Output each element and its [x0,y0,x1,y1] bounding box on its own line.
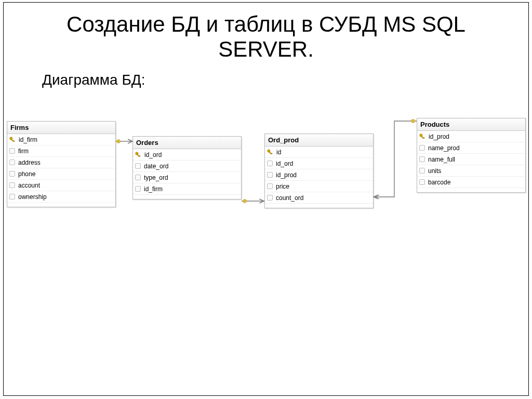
table-row[interactable]: account [7,180,115,191]
column-name: id_prod [429,133,523,140]
relation-ordprod-products [374,119,417,200]
svg-rect-11 [423,137,424,138]
table-row[interactable]: id_prod [417,131,525,142]
column-icon [419,156,425,162]
column-name: price [276,183,370,190]
column-name: barcode [428,179,523,186]
column-icon [9,171,15,177]
table-row[interactable]: name_prod [417,142,525,154]
svg-rect-2 [14,140,15,141]
column-name: id_firm [144,185,238,193]
table-ord-prod[interactable]: Ord_prod id id_ord id_prod price count_o… [264,134,374,208]
svg-rect-1 [11,139,14,141]
column-icon [9,159,15,165]
diagram-canvas: Firms id_firm firm address phone account… [4,3,528,395]
table-row[interactable]: id [265,147,373,158]
table-row[interactable]: units [417,165,525,177]
table-row[interactable]: count_ord [265,192,373,204]
slide-frame: Создание БД и таблиц в СУБД MS SQL SERVE… [3,2,529,396]
svg-rect-4 [137,154,139,156]
table-row[interactable]: id_ord [133,149,241,161]
table-row[interactable]: id_prod [265,169,373,181]
table-header: Products [417,118,525,131]
relation-orders-ordprod [242,196,264,202]
table-row[interactable]: name_full [417,154,525,165]
table-row[interactable]: date_ord [133,161,241,172]
column-icon [9,194,15,200]
svg-point-13 [117,140,121,143]
column-icon [135,186,141,192]
column-name: date_ord [144,163,238,170]
column-icon [419,179,425,185]
column-name: id_prod [276,171,370,179]
svg-point-20 [411,119,415,123]
key-icon [135,151,142,158]
column-icon [267,195,273,201]
table-row[interactable]: address [7,157,115,168]
svg-point-17 [243,200,247,203]
table-orders[interactable]: Orders id_ord date_ord type_ord id_firm [132,136,242,200]
table-products[interactable]: Products id_prod name_prod name_full uni… [417,118,526,193]
column-icon [267,183,273,189]
column-icon [9,182,15,188]
table-row[interactable]: type_ord [133,172,241,183]
key-icon [9,136,16,143]
column-name: account [18,182,113,189]
relation-firms-orders [116,137,132,142]
column-name: id_ord [144,151,238,158]
column-icon [267,161,273,166]
column-icon [9,148,15,154]
column-name: units [428,167,523,175]
column-icon [419,145,425,151]
table-row[interactable]: phone [7,168,115,180]
column-name: id_ord [276,160,370,167]
column-icon [135,163,141,169]
column-name: firm [18,148,113,155]
column-name: id [276,149,370,156]
table-header: Orders [133,137,241,149]
svg-rect-8 [271,153,272,154]
column-name: address [18,159,113,166]
table-row[interactable]: ownership [7,191,115,203]
table-header: Firms [7,122,115,134]
svg-rect-10 [421,136,423,138]
column-icon [135,175,141,180]
table-row[interactable]: id_firm [7,134,115,145]
column-name: name_prod [428,144,523,152]
table-row[interactable]: firm [7,145,115,157]
column-name: name_full [428,156,523,163]
column-name: type_ord [144,174,238,181]
column-name: phone [18,170,113,178]
svg-rect-5 [139,155,140,156]
table-row[interactable]: id_firm [133,183,241,195]
key-icon [419,133,426,140]
key-icon [267,149,274,156]
table-row[interactable]: id_ord [265,158,373,169]
column-icon [419,168,425,174]
table-row[interactable]: price [265,181,373,192]
table-header: Ord_prod [265,134,373,147]
table-firms[interactable]: Firms id_firm firm address phone account… [7,121,116,207]
svg-rect-7 [269,151,271,154]
column-icon [267,172,273,178]
table-row[interactable]: barcode [417,177,525,188]
column-name: id_firm [19,136,113,143]
column-name: count_ord [276,194,370,202]
column-name: ownership [18,193,113,201]
